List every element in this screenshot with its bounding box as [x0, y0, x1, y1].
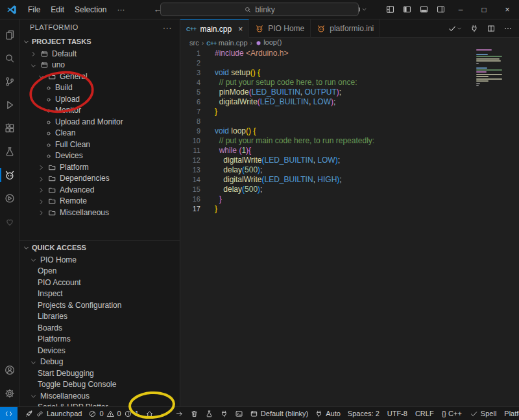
tree-item-pio-account[interactable]: PIO Account [19, 277, 180, 288]
panel-left-button[interactable] [398, 3, 415, 17]
tree-item-inspect[interactable]: Inspect [19, 288, 180, 300]
tree-item-build[interactable]: Build [19, 82, 180, 94]
minimize-button[interactable]: – [449, 0, 472, 19]
tree-item-devices[interactable]: Devices [19, 345, 180, 356]
code-editor[interactable]: 1#include <Arduino.h>23void setup() {4 /… [180, 47, 519, 406]
activity-extensions[interactable] [0, 117, 19, 140]
tree-item-default[interactable]: Default [19, 48, 180, 60]
status-launchpad[interactable]: Launchpad [21, 407, 85, 420]
tree-item-upload-and-monitor[interactable]: Upload and Monitor [19, 116, 180, 128]
code-line-17[interactable]: 17} [180, 204, 519, 213]
sidebar-more-actions[interactable]: ··· [163, 23, 172, 32]
status-language-mode[interactable]: {} C++ [438, 407, 466, 420]
minimap[interactable] [476, 49, 502, 87]
code-line-10[interactable]: 10 // put your main code here, to run re… [180, 135, 519, 145]
tree-item-libraries[interactable]: Libraries [19, 311, 180, 323]
status-spell-checker[interactable]: Spell [466, 407, 500, 420]
status-pio-terminal-button[interactable] [232, 407, 247, 420]
tree-item-general[interactable]: General [19, 71, 180, 82]
tree-item-platform[interactable]: Platform [19, 161, 180, 173]
tree-item-serial-udp-plotter[interactable]: Serial & UDP Plotter [19, 402, 180, 407]
tree-item-clean[interactable]: Clean [19, 128, 180, 139]
menu-edit[interactable]: Edit [45, 3, 69, 17]
code-line-1[interactable]: 1#include <Arduino.h> [180, 48, 519, 58]
code-line-6[interactable]: 6 digitalWrite(LED_BUILTIN, LOW); [180, 97, 519, 106]
tree-item-remote[interactable]: Remote [19, 196, 180, 207]
code-line-3[interactable]: 3void setup() { [180, 67, 519, 77]
code-line-16[interactable]: 16 } [180, 194, 519, 204]
tree-item-projects-configuration[interactable]: Projects & Configuration [19, 299, 180, 311]
more-actions-button[interactable] [503, 23, 513, 34]
code-line-13[interactable]: 13 delay(500); [180, 165, 519, 174]
tab-close-icon[interactable]: × [238, 25, 243, 34]
breadcrumb-loop-[interactable]: loop() [255, 38, 282, 47]
status-indentation[interactable]: Spaces: 2 [344, 407, 383, 420]
tree-item-advanced[interactable]: Advanced [19, 184, 180, 196]
status-platformio-status[interactable]: PlatformIO [500, 407, 519, 420]
panel-bottom-button[interactable] [415, 3, 432, 17]
section-header-project-tasks[interactable]: PROJECT TASKS [19, 35, 180, 48]
close-button[interactable]: × [496, 0, 519, 19]
tree-item-platforms[interactable]: Platforms [19, 334, 180, 345]
command-center-search[interactable]: blinky [160, 3, 359, 16]
status-pio-port-selector[interactable]: Auto [311, 407, 344, 420]
tree-item-upload[interactable]: Upload [19, 93, 180, 105]
status-pio-clean-button[interactable] [187, 407, 202, 420]
code-line-4[interactable]: 4 // put your setup code here, to run on… [180, 77, 519, 87]
tree-item-miscellaneous[interactable]: Miscellaneous [19, 390, 180, 402]
serial-plug-button[interactable] [470, 23, 479, 34]
status-pio-serial-monitor-button[interactable] [217, 407, 232, 420]
section-header-quick-access[interactable]: QUICK ACCESS [19, 241, 180, 254]
tree-item-full-clean[interactable]: Full Clean [19, 139, 180, 150]
status-pio-test-button[interactable] [202, 407, 217, 420]
code-line-9[interactable]: 9void loop() { [180, 126, 519, 135]
tree-item-open[interactable]: Open [19, 266, 180, 277]
code-line-15[interactable]: 15 delay(500); [180, 184, 519, 194]
status-pio-home-button[interactable] [142, 407, 157, 420]
activity-search[interactable] [0, 47, 19, 70]
tree-item-dependencies[interactable]: Dependencies [19, 173, 180, 185]
tree-item-toggle-debug-console[interactable]: Toggle Debug Console [19, 379, 180, 391]
activity-remote-explorer[interactable] [0, 187, 19, 210]
tree-item-devices[interactable]: Devices [19, 150, 180, 162]
menu-file[interactable]: File [23, 3, 45, 17]
tree-item-debug[interactable]: Debug [19, 356, 180, 368]
activity-account[interactable] [0, 358, 19, 382]
status-encoding[interactable]: UTF-8 [383, 407, 411, 420]
code-line-12[interactable]: 12 digitalWrite(LED_BUILTIN, LOW); [180, 155, 519, 165]
tree-item-uno[interactable]: uno [19, 60, 180, 71]
status-pio-build-button[interactable] [157, 407, 172, 420]
status-pio-upload-button[interactable] [172, 407, 187, 420]
activity-extension-misc[interactable] [0, 210, 19, 233]
layout-grid-button[interactable] [381, 3, 398, 17]
menu-more[interactable]: ··· [112, 5, 130, 14]
activity-settings[interactable] [0, 382, 19, 405]
status-problems[interactable]: 001 [85, 407, 141, 420]
code-line-14[interactable]: 14 digitalWrite(LED_BUILTIN, HIGH); [180, 174, 519, 184]
tree-item-pio-home[interactable]: PIO Home [19, 254, 180, 266]
breadcrumb-main-cpp[interactable]: C++main.cpp [206, 39, 247, 47]
code-line-5[interactable]: 5 pinMode(LED_BUILTIN, OUTPUT); [180, 87, 519, 97]
tab-platformio-ini[interactable]: platformio.ini [311, 19, 380, 38]
breadcrumb-src[interactable]: src [189, 39, 199, 47]
tree-item-miscellaneous[interactable]: Miscellaneous [19, 207, 180, 218]
status-remote[interactable] [0, 407, 18, 420]
menu-selection[interactable]: Selection [69, 3, 112, 17]
activity-source-control[interactable] [0, 70, 19, 93]
code-line-11[interactable]: 11 while (1){ [180, 145, 519, 155]
activity-platformio[interactable] [0, 163, 19, 187]
code-line-7[interactable]: 7} [180, 106, 519, 116]
tab-main-cpp[interactable]: C++main.cpp× [180, 19, 249, 38]
tree-item-monitor[interactable]: Monitor [19, 105, 180, 117]
activity-testing[interactable] [0, 140, 19, 163]
tree-item-start-debugging[interactable]: Start Debugging [19, 368, 180, 379]
tree-item-boards[interactable]: Boards [19, 322, 180, 334]
tab-pio-home[interactable]: PIO Home [249, 19, 311, 38]
panel-right-button[interactable] [432, 3, 449, 17]
maximize-button[interactable]: □ [472, 0, 496, 19]
activity-explorer[interactable] [0, 23, 19, 47]
split-editor-button[interactable] [487, 23, 496, 34]
code-line-8[interactable]: 8 [180, 116, 519, 126]
activity-run-debug[interactable] [0, 93, 19, 117]
run-task-button[interactable] [448, 23, 462, 34]
